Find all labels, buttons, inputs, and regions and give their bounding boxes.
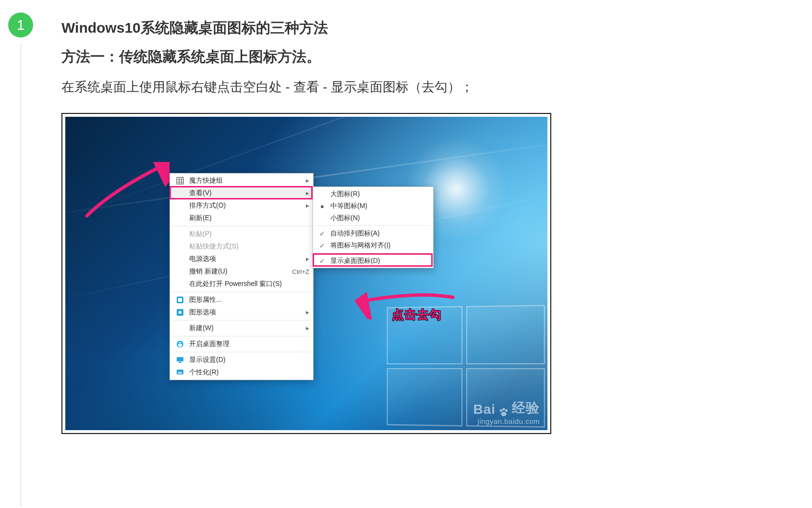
menu-item-label: 电源选项 (189, 255, 301, 263)
svg-rect-10 (179, 362, 182, 363)
blank-icon (176, 214, 184, 223)
menu-item-label: 排序方式(O) (189, 201, 301, 210)
intel-opt-icon (176, 308, 184, 317)
instruction-text: 在系统桌面上使用鼠标右键点击空白处 - 查看 - 显示桌面图标（去勾）； (61, 75, 551, 99)
menu-item-label: 个性化(R) (189, 368, 309, 377)
svg-point-8 (181, 343, 182, 344)
check-mark-icon: ✓ (319, 242, 326, 249)
check-mark-icon: ✓ (319, 230, 326, 237)
chevron-right-icon: ▶ (306, 310, 309, 315)
svg-rect-0 (177, 177, 183, 184)
menu-item[interactable]: 图形选项▶ (170, 306, 313, 319)
svg-point-14 (505, 409, 508, 412)
menu-item[interactable]: 新建(W)▶ (170, 322, 313, 335)
menu-item-label: 撤销 新建(U) (189, 267, 283, 276)
menu-item-label: 图形属性... (189, 296, 309, 304)
annotation-text: 点击去勾 (392, 307, 442, 322)
annotation-arrow-icon (83, 162, 170, 220)
menu-separator (172, 320, 311, 321)
svg-point-15 (501, 412, 507, 416)
step-dotted-line (20, 44, 21, 506)
menu-item: 粘贴快捷方式(S) (170, 240, 313, 253)
chevron-right-icon: ▶ (306, 178, 309, 183)
blank-icon (176, 242, 184, 251)
watermark-brand-left: Bai (473, 402, 496, 417)
menu-item-hotkey: Ctrl+Z (292, 268, 309, 275)
menu-item[interactable]: 魔方快捷组▶ (170, 174, 313, 187)
method-subheading: 方法一：传统隐藏系统桌面上图标方法。 (61, 45, 551, 68)
submenu-item-label: 中等图标(M) (330, 202, 367, 211)
menu-item[interactable]: 电源选项▶ (170, 253, 313, 265)
blank-icon (176, 267, 184, 276)
submenu-item[interactable]: ✓自动排列图标(A) (313, 227, 433, 239)
submenu-item[interactable]: ✓将图标与网格对齐(I) (313, 239, 433, 251)
submenu-item[interactable]: ●中等图标(M) (313, 200, 433, 212)
blank-icon (176, 189, 184, 198)
menu-separator (172, 292, 311, 292)
menu-item-label: 图形选项 (189, 308, 301, 317)
chevron-right-icon: ▶ (306, 257, 309, 261)
view-submenu[interactable]: 大图标(R)●中等图标(M)小图标(N)✓自动排列图标(A)✓将图标与网格对齐(… (313, 186, 434, 268)
chevron-right-icon: ▶ (306, 203, 309, 208)
submenu-item-label: 小图标(N) (330, 214, 360, 223)
step-badge: 1 (8, 12, 33, 37)
submenu-item[interactable]: 大图标(R) (313, 188, 433, 200)
menu-item-label: 开启桌面整理 (189, 340, 309, 348)
menu-item-label: 刷新(E) (189, 214, 309, 223)
menu-separator (172, 226, 311, 226)
menu-item-label: 显示设置(D) (189, 356, 309, 364)
menu-item[interactable]: 显示设置(D) (170, 354, 313, 366)
article-heading: Windows10系统隐藏桌面图标的三种方法 (61, 16, 551, 39)
submenu-item-label: 将图标与网格对齐(I) (330, 241, 390, 250)
svg-point-4 (179, 311, 182, 314)
svg-point-12 (500, 409, 503, 412)
radio-mark-icon: ● (319, 202, 326, 210)
screenshot-frame: 魔方快捷组▶查看(V)▶排序方式(O)▶刷新(E)粘贴(P)粘贴快捷方式(S)电… (61, 113, 551, 434)
menu-item[interactable]: 排序方式(O)▶ (170, 199, 313, 212)
svg-rect-2 (178, 298, 182, 302)
watermark-brand-right: 经验 (512, 399, 540, 417)
menu-item-label: 查看(V) (189, 189, 301, 198)
watermark: Bai 经验 jingyan.baidu.com (473, 399, 540, 425)
submenu-item-label: 大图标(R) (330, 190, 360, 198)
menu-item[interactable]: 在此处打开 Powershell 窗口(S) (170, 278, 313, 290)
watermark-url: jingyan.baidu.com (473, 417, 540, 425)
svg-rect-11 (177, 370, 183, 374)
menu-separator (172, 336, 311, 336)
svg-rect-9 (177, 357, 183, 361)
blank-icon (176, 201, 184, 210)
step-number: 1 (17, 17, 25, 33)
svg-point-6 (178, 342, 182, 347)
menu-item-label: 粘贴(P) (189, 230, 309, 238)
menu-item-label: 新建(W) (189, 324, 301, 333)
windows10-wallpaper: 魔方快捷组▶查看(V)▶排序方式(O)▶刷新(E)粘贴(P)粘贴快捷方式(S)电… (65, 117, 547, 430)
menu-item: 粘贴(P) (170, 228, 313, 240)
menu-item[interactable]: 个性化(R) (170, 366, 313, 379)
blank-icon (176, 324, 184, 333)
desktop-context-menu[interactable]: 魔方快捷组▶查看(V)▶排序方式(O)▶刷新(E)粘贴(P)粘贴快捷方式(S)电… (170, 173, 314, 380)
menu-item[interactable]: 图形属性... (170, 294, 313, 306)
paw-icon (498, 407, 509, 417)
submenu-item[interactable]: 小图标(N) (313, 212, 433, 224)
blank-icon (176, 255, 184, 263)
blank-icon (176, 280, 184, 288)
menu-item-label: 粘贴快捷方式(S) (189, 242, 309, 251)
display-icon (176, 356, 184, 364)
svg-point-13 (502, 408, 505, 411)
menu-item-label: 在此处打开 Powershell 窗口(S) (189, 280, 309, 288)
qq-icon (176, 340, 184, 348)
menu-separator (172, 352, 311, 352)
intel-gfx-icon (176, 296, 184, 304)
check-mark-icon: ✓ (319, 257, 326, 265)
chevron-right-icon: ▶ (306, 326, 309, 331)
personalize-icon (176, 368, 184, 377)
grid-icon (176, 176, 184, 185)
menu-item[interactable]: 查看(V)▶ (170, 187, 313, 199)
svg-point-7 (179, 343, 180, 344)
menu-item[interactable]: 撤销 新建(U)Ctrl+Z (170, 265, 313, 278)
menu-item[interactable]: 开启桌面整理 (170, 338, 313, 350)
menu-item[interactable]: 刷新(E) (170, 212, 313, 224)
submenu-item-label: 自动排列图标(A) (330, 229, 380, 238)
menu-separator (315, 225, 431, 226)
menu-item-label: 魔方快捷组 (189, 176, 301, 185)
